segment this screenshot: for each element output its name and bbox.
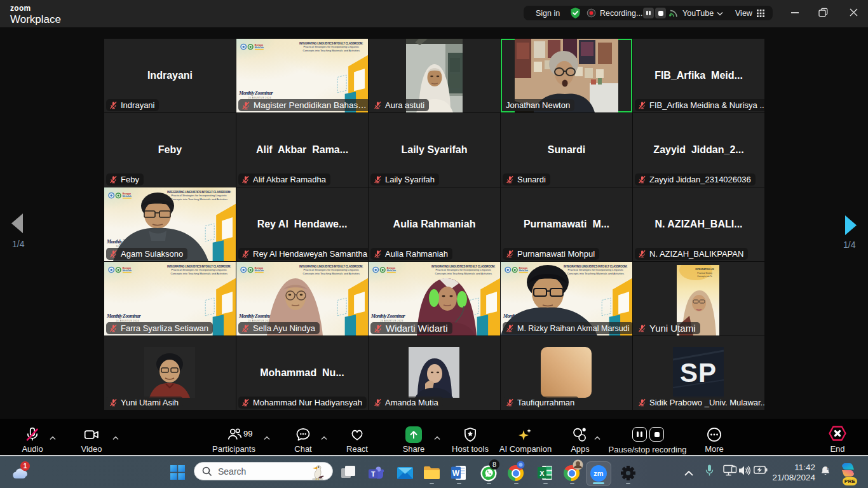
svg-text:T: T bbox=[371, 470, 376, 478]
svg-text:INTEGRATING LIN: INTEGRATING LIN bbox=[695, 268, 714, 271]
svg-text:X: X bbox=[539, 470, 545, 477]
svg-text:W: W bbox=[452, 469, 460, 478]
svg-text:Practical Strateg: Practical Strateg bbox=[697, 272, 712, 274]
svg-text:SP: SP bbox=[680, 358, 717, 388]
svg-text:Concepts into Te: Concepts into Te bbox=[697, 275, 712, 278]
svg-text:z: z bbox=[827, 466, 829, 470]
